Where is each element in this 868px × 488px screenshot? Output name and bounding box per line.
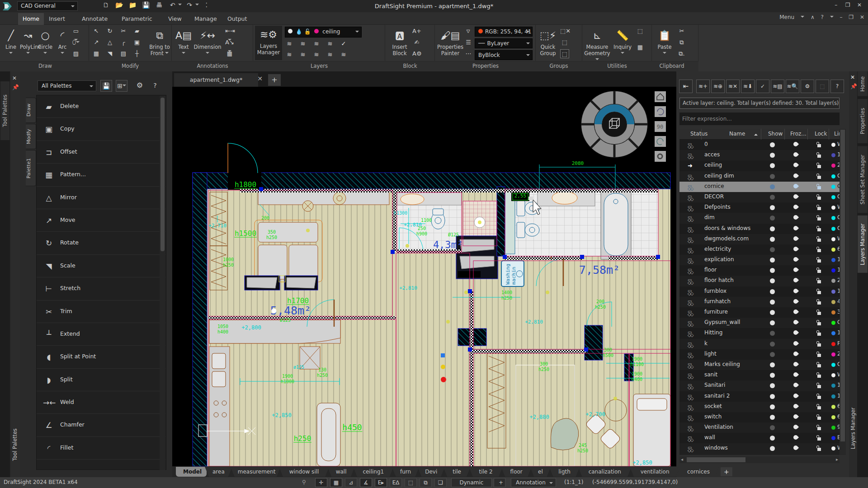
layers-hscrollbar[interactable]: ◂▸ [679, 456, 840, 463]
arc-tool-button[interactable]: ◜Arc [54, 28, 71, 56]
palette-item-move[interactable]: ↗Move [37, 209, 166, 232]
side-tab-sheet-set-manager[interactable]: Sheet Set Manager [858, 146, 868, 213]
layer-row-ceiling-dim[interactable]: ▭◇◇ceiling dimC [679, 171, 840, 182]
palette-view-icon[interactable]: ⊞ [116, 80, 127, 92]
sheet-tab-tile-2[interactable]: tile 2 [469, 467, 503, 477]
layers-toolbar-icon-9[interactable]: ? [830, 80, 844, 93]
rectangle-tool-icon[interactable]: ▭ [71, 27, 80, 36]
modify-tool-icon-3[interactable]: ▰ [132, 27, 142, 36]
palette-item-pattern-[interactable]: ▦Pattern... [37, 164, 166, 186]
layer-row-sanitari-2[interactable]: ▭◇◇sanitari 21 [679, 391, 840, 402]
layer-row-electricity[interactable]: ▭◇◇electricity6 [679, 244, 840, 255]
layer-row-sanitari[interactable]: ▭◇◇Sanitari1 [679, 380, 840, 391]
palette-item-split-at-point[interactable]: ◖Split at Point [37, 346, 166, 368]
layer-row-dwgmodels-com[interactable]: ▭◇◇dwgmodels.comW [679, 234, 840, 244]
doc-restore-icon[interactable]: ❐ [849, 14, 854, 20]
maximize-button[interactable]: ❐ [843, 2, 853, 8]
grid-toggle[interactable]: ▦ [330, 478, 342, 487]
layers-panel-close-icon[interactable]: ✕ [850, 74, 855, 80]
layer-row-furnblox[interactable]: ▭◇◇furnblox1 [679, 286, 840, 297]
layer-row-decor[interactable]: ▭◇◇DECORC [679, 192, 840, 202]
ribbon-tab-annotate[interactable]: Annotate [77, 13, 112, 25]
modify-tool-icon-0[interactable]: ↖ [92, 27, 101, 36]
doc-close-icon[interactable]: ✕ [860, 14, 864, 20]
palette-item-delete[interactable]: ▰Delete [37, 95, 166, 118]
layers-toolbar-icon-2[interactable]: ≋✕ [726, 80, 740, 93]
leader-icon[interactable]: A↘ [225, 38, 234, 47]
line-tool-button[interactable]: ╱Line [3, 28, 19, 56]
text-button[interactable]: A▤Text [174, 28, 193, 56]
sheet-tab-model[interactable]: Model [176, 467, 207, 477]
palette-help-icon[interactable]: ? [149, 80, 161, 92]
palette-item-extend[interactable]: ┴Extend [37, 323, 166, 346]
document-tab[interactable]: apartment_1.dwg* [174, 73, 258, 87]
sheet-tab-tile[interactable]: tile [443, 467, 471, 477]
modify-tool-icon-5[interactable]: △ [105, 38, 114, 47]
palette-pin-icon[interactable]: 📌 [12, 84, 19, 90]
palette-item-trim[interactable]: ✂Trim [37, 300, 166, 323]
sheet-tab-area[interactable]: area [205, 467, 232, 477]
group-select-icon[interactable]: ⬚ [560, 49, 569, 58]
layer-tool-icon-2[interactable]: ≋ [312, 39, 321, 48]
document-tab-close-icon[interactable]: ✕ [255, 75, 265, 82]
modify-tool-icon-7[interactable]: ▣ [132, 38, 142, 47]
close-button[interactable]: ✕ [854, 2, 864, 8]
sheet-tab-wall[interactable]: wall [327, 467, 355, 477]
modify-tool-icon-2[interactable]: ✂ [119, 27, 128, 36]
modify-tool-icon-11[interactable]: ┼ [132, 49, 142, 58]
smart-dimension-icon[interactable]: ⇤⇥ [225, 27, 234, 36]
ribbon-tab-insert[interactable]: Insert [44, 13, 70, 25]
edit-group-icon[interactable]: ⬚✍ [560, 38, 569, 47]
define-block-icon[interactable]: A+ [412, 27, 421, 36]
paste-button[interactable]: 📋Paste [655, 28, 675, 56]
modify-tool-icon-9[interactable]: ◥ [105, 49, 114, 58]
bring-to-front-button[interactable]: ⧉Bring to Front [148, 28, 171, 56]
dimension-button[interactable]: ⚡↔Dimension [193, 28, 222, 56]
print-icon[interactable]: 🖶 [154, 1, 165, 9]
layer-row-marks-ceiling[interactable]: ▭◇◇Marks ceilingC [679, 360, 840, 370]
palette-tab-modfy[interactable]: Modfy [26, 124, 36, 149]
help-icon[interactable]: ? [821, 14, 834, 20]
layer-row-switch[interactable]: ▭◇◇switch6 [679, 412, 840, 422]
ungroup-icon[interactable]: ⬚✕ [560, 27, 569, 36]
qat-more-icon[interactable]: ⁚ [201, 1, 212, 9]
properties-painter-button[interactable]: 🖌▤Properties Painter [437, 28, 464, 56]
tool-palettes-dock-tab[interactable]: Tool Palettes [0, 81, 9, 140]
sheet-tab-measurement[interactable]: measurement [231, 467, 281, 477]
edit-component-icon[interactable]: ✍ [412, 38, 421, 47]
layer-tool-icon-5[interactable]: ≋ [285, 50, 294, 59]
sheet-tab-furn[interactable]: furn [392, 467, 420, 477]
palette-item-weld[interactable]: →←Weld [37, 391, 166, 414]
undo-icon[interactable]: ↶ [167, 1, 178, 9]
layer-row-doors-windows[interactable]: ▭◇◇doors & windowsC [679, 224, 840, 234]
palette-item-scale[interactable]: ◥Scale [37, 255, 166, 277]
sheet-tab-devi[interactable]: Devi [417, 467, 445, 477]
modify-tool-icon-1[interactable]: ↻ [105, 27, 114, 36]
calculator-icon[interactable]: ▦ [636, 43, 645, 52]
side-tab-layers-manager[interactable]: Layers Manager [858, 216, 868, 273]
layers-toolbar-icon-6[interactable]: ≋🔍 [786, 80, 799, 93]
active-layer-combo[interactable]: 💧 🔓 ceiling [285, 27, 362, 38]
sheet-tab-floor[interactable]: floor [501, 467, 532, 477]
palette-item-split[interactable]: ◗Split [37, 369, 166, 391]
clipboard-toggle[interactable]: ⧉ [420, 478, 432, 487]
open-file-icon[interactable]: 📂 [113, 1, 125, 9]
layer-tool-icon-3[interactable]: ≋ [326, 39, 335, 48]
linestyle-combo[interactable]: ──ByLayer [475, 38, 533, 48]
minimize-button[interactable]: – [831, 2, 841, 8]
palette-tab-draw[interactable]: Draw [26, 98, 36, 123]
panel-collapse-icon[interactable]: ⇤ [679, 80, 693, 93]
layers-panel-pin-icon[interactable]: 📌 [850, 83, 857, 89]
layer-tool-icon-8[interactable]: ≋ [326, 50, 335, 59]
ortho-toggle[interactable]: ⊿ [345, 478, 357, 487]
menu-button[interactable]: Menu [775, 14, 804, 20]
layerpreview-toggle[interactable]: ❏ [434, 478, 447, 487]
annotation-scale-combo[interactable]: Annotation [511, 478, 556, 487]
layer-row-windows[interactable]: ▭◇◇windowsW [679, 443, 840, 454]
linestyle-icon[interactable]: ⋯ [464, 49, 473, 58]
layer-row-furniture[interactable]: ▭◇◇furniture3 [679, 307, 840, 318]
etrack-toggle[interactable]: E∆ [390, 478, 402, 487]
layers-filter-input[interactable]: Filter expression... [679, 113, 840, 125]
palette-item-copy[interactable]: ▣Copy [37, 118, 166, 141]
modify-tool-icon-4[interactable]: ↗ [92, 38, 101, 47]
